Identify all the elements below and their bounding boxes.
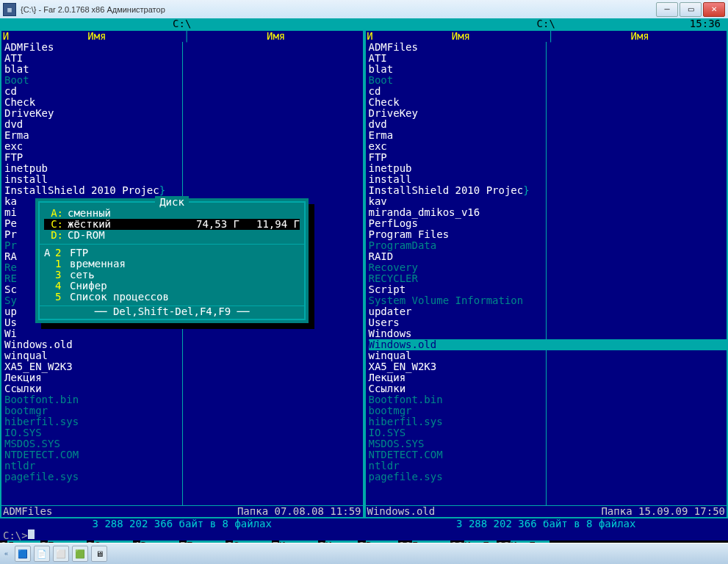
file-item[interactable]: NTDETECT.COM bbox=[369, 449, 727, 460]
drive-item[interactable]: D:CD-ROM bbox=[44, 230, 300, 241]
file-item[interactable]: install bbox=[4, 174, 363, 185]
minimize-button[interactable]: ─ bbox=[656, 2, 678, 17]
file-item[interactable]: ntldr bbox=[369, 460, 727, 471]
file-item[interactable]: install bbox=[369, 174, 727, 185]
close-button[interactable]: ✕ bbox=[703, 2, 725, 17]
right-footer: Windows.old Папка 15.09.09 17:50 bbox=[366, 505, 727, 517]
file-item[interactable]: DriveKey bbox=[4, 108, 363, 119]
file-item[interactable]: Windows.old bbox=[4, 339, 363, 350]
right-file-list[interactable]: ADMFilesATIblatBootcdCheckDriveKeydvdErm… bbox=[366, 42, 727, 505]
file-item[interactable]: pagefile.sys bbox=[369, 471, 727, 482]
file-item[interactable]: Bootfont.bin bbox=[369, 394, 727, 405]
right-summary: 3 288 202 366 байт в 8 файлах bbox=[364, 518, 729, 529]
file-item[interactable]: InstallShield 2010 Projec} bbox=[4, 185, 363, 196]
drive-extra-item[interactable]: 3сеть bbox=[44, 270, 300, 281]
file-item[interactable]: Script bbox=[369, 284, 727, 295]
drive-dialog[interactable]: Диск A:сменныйC:жёсткий74,53 Г11,94 ГD:C… bbox=[35, 198, 309, 323]
drive-extra-item[interactable]: A2FTP bbox=[44, 247, 300, 258]
right-panel[interactable]: И Имя │ Имя ADMFilesATIblatBootcdCheckDr… bbox=[364, 29, 729, 518]
file-item[interactable]: Windows bbox=[369, 328, 727, 339]
dialog-title: Диск bbox=[44, 197, 300, 208]
app-icon: ▦ bbox=[3, 3, 16, 16]
file-item[interactable]: Check bbox=[369, 97, 727, 108]
file-item[interactable]: Program Files bbox=[369, 229, 727, 240]
file-item[interactable]: Boot bbox=[369, 75, 727, 86]
left-headers: И Имя │ Имя bbox=[1, 31, 363, 42]
file-item[interactable]: ntldr bbox=[4, 460, 363, 471]
file-item[interactable]: MSDOS.SYS bbox=[4, 438, 363, 449]
left-footer: ADMFiles Папка 07.08.08 11:59 bbox=[1, 505, 363, 517]
file-item[interactable]: RECYCLER bbox=[369, 273, 727, 284]
file-item[interactable]: exc bbox=[369, 141, 727, 152]
file-item[interactable]: winqual bbox=[369, 350, 727, 361]
file-item[interactable]: PerfLogs bbox=[369, 218, 727, 229]
file-item[interactable]: winqual bbox=[4, 350, 363, 361]
left-path[interactable]: C:\ bbox=[0, 18, 364, 29]
file-item[interactable]: Recovery bbox=[369, 262, 727, 273]
file-item[interactable]: Bootfont.bin bbox=[4, 394, 363, 405]
file-item[interactable]: RAID bbox=[369, 251, 727, 262]
file-item[interactable]: Лекция bbox=[4, 372, 363, 383]
file-item[interactable]: inetpub bbox=[369, 163, 727, 174]
file-item[interactable]: IO.SYS bbox=[369, 427, 727, 438]
file-item[interactable]: MSDOS.SYS bbox=[369, 438, 727, 449]
file-item[interactable]: blat bbox=[4, 64, 363, 75]
command-line[interactable]: C:\> bbox=[0, 529, 728, 540]
left-summary: 3 288 202 366 байт в 8 файлах bbox=[0, 518, 364, 529]
file-item[interactable]: hiberfil.sys bbox=[369, 416, 727, 427]
drive-extra-item[interactable]: 5Список процессов bbox=[44, 292, 300, 303]
file-item[interactable]: inetpub bbox=[4, 163, 363, 174]
drive-extra-item[interactable]: 4Снифер bbox=[44, 281, 300, 292]
file-item[interactable]: miranda_dmikos_v16 bbox=[369, 207, 727, 218]
file-item[interactable]: Boot bbox=[4, 75, 363, 86]
drive-extra-item[interactable]: 1временная bbox=[44, 258, 300, 270]
file-item[interactable]: Erma bbox=[369, 130, 727, 141]
file-item[interactable]: Ссылки bbox=[369, 383, 727, 394]
file-item[interactable]: updater bbox=[369, 306, 727, 317]
taskbar-item[interactable]: 📄 bbox=[34, 546, 50, 562]
drive-item[interactable]: A:сменный bbox=[44, 208, 300, 219]
file-item[interactable]: ADMFiles bbox=[4, 42, 363, 53]
file-item[interactable]: dvd bbox=[4, 119, 363, 130]
file-item[interactable]: Users bbox=[369, 317, 727, 328]
taskbar-item[interactable]: 🟩 bbox=[72, 546, 88, 562]
taskbar-item[interactable]: 🟦 bbox=[15, 546, 31, 562]
file-item[interactable]: System Volume Information bbox=[369, 295, 727, 306]
taskbar-chevron-icon[interactable]: « bbox=[4, 549, 12, 559]
file-item[interactable]: dvd bbox=[369, 119, 727, 130]
file-item[interactable]: kav bbox=[369, 196, 727, 207]
file-item[interactable]: Erma bbox=[4, 130, 363, 141]
file-item[interactable]: cd bbox=[369, 86, 727, 97]
file-item[interactable]: FTP bbox=[369, 152, 727, 163]
file-item[interactable]: XA5_EN_W2K3 bbox=[369, 361, 727, 372]
file-item[interactable]: DriveKey bbox=[369, 108, 727, 119]
file-item[interactable]: hiberfil.sys bbox=[4, 416, 363, 427]
file-item[interactable]: XA5_EN_W2K3 bbox=[4, 361, 363, 372]
file-item[interactable]: cd bbox=[4, 86, 363, 97]
file-item[interactable]: Windows.old bbox=[369, 339, 727, 350]
file-item[interactable]: blat bbox=[369, 64, 727, 75]
file-item[interactable]: IO.SYS bbox=[4, 427, 363, 438]
file-item[interactable]: Ссылки bbox=[4, 383, 363, 394]
file-item[interactable]: ATI bbox=[4, 53, 363, 64]
file-item[interactable]: Wi bbox=[4, 328, 363, 339]
file-item[interactable]: bootmgr bbox=[369, 405, 727, 416]
taskbar-item[interactable]: ⬜ bbox=[53, 546, 69, 562]
taskbar-item[interactable]: 🖥 bbox=[91, 546, 107, 562]
file-item[interactable]: Лекция bbox=[369, 372, 727, 383]
drive-item[interactable]: C:жёсткий74,53 Г11,94 Г bbox=[44, 219, 300, 230]
maximize-button[interactable]: ▭ bbox=[680, 2, 702, 17]
taskbar[interactable]: « 🟦 📄 ⬜ 🟩 🖥 bbox=[0, 543, 728, 564]
file-item[interactable]: pagefile.sys bbox=[4, 471, 363, 482]
file-item[interactable]: NTDETECT.COM bbox=[4, 449, 363, 460]
file-item[interactable]: InstallShield 2010 Projec} bbox=[369, 185, 727, 196]
file-item[interactable]: ADMFiles bbox=[369, 42, 727, 53]
right-path[interactable]: C:\ bbox=[364, 18, 729, 29]
file-item[interactable]: ProgramData bbox=[369, 240, 727, 251]
file-item[interactable]: bootmgr bbox=[4, 405, 363, 416]
file-item[interactable]: FTP bbox=[4, 152, 363, 163]
file-item[interactable]: ATI bbox=[369, 53, 727, 64]
file-item[interactable]: exc bbox=[4, 141, 363, 152]
file-item[interactable]: Check bbox=[4, 97, 363, 108]
titlebar[interactable]: ▦ {C:\} - Far 2.0.1768 x86 Администратор… bbox=[0, 0, 728, 19]
